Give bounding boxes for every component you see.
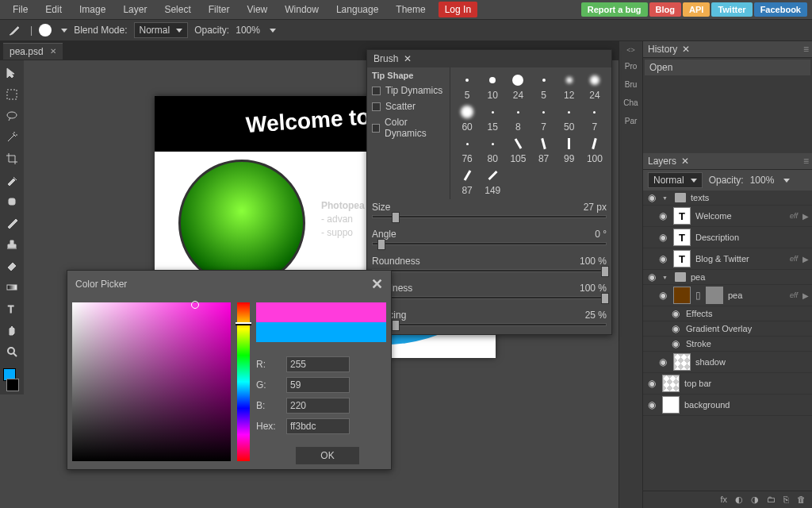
menu-language[interactable]: Language — [328, 1, 386, 18]
heal-tool[interactable] — [2, 192, 21, 211]
twitter-button[interactable]: Twitter — [711, 2, 752, 17]
visibility-toggle-icon[interactable]: ◉ — [657, 290, 668, 301]
slider-value[interactable]: 0 ° — [595, 229, 607, 240]
r-input[interactable] — [286, 356, 350, 372]
trash-icon[interactable]: 🗑 — [797, 495, 806, 505]
facebook-button[interactable]: Facebook — [754, 2, 807, 17]
close-color-picker-icon[interactable]: ✕ — [371, 275, 383, 293]
close-tab-icon[interactable]: ✕ — [50, 47, 56, 56]
layer-row[interactable]: ◉Effects — [643, 306, 812, 321]
eraser-tool[interactable] — [2, 256, 21, 275]
brush-preset[interactable]: 100 — [583, 134, 607, 164]
brush-preview-dropdown-icon[interactable] — [61, 29, 67, 33]
layer-row[interactable]: ◉top bar — [643, 373, 812, 394]
report-bug-button[interactable]: Report a bug — [581, 2, 648, 17]
hex-input[interactable] — [286, 418, 350, 434]
layer-opacity-dropdown-icon[interactable] — [783, 179, 790, 183]
opacity-dropdown-icon[interactable] — [270, 29, 276, 33]
visibility-toggle-icon[interactable]: ◉ — [646, 271, 657, 283]
hardness-slider[interactable] — [372, 296, 607, 299]
visibility-toggle-icon[interactable]: ◉ — [670, 308, 681, 319]
slider-value[interactable]: 100 % — [580, 283, 607, 294]
panel-tab-brush[interactable]: Bru — [623, 77, 639, 92]
brush-preset[interactable]: 99 — [557, 134, 581, 164]
opacity-value[interactable]: 100% — [236, 25, 260, 36]
menu-theme[interactable]: Theme — [388, 1, 433, 18]
brush-preset[interactable]: 8 — [506, 102, 530, 133]
hue-slider[interactable] — [237, 302, 250, 461]
gradient-tool[interactable] — [2, 278, 21, 297]
menu-window[interactable]: Window — [277, 1, 327, 18]
menu-view[interactable]: View — [239, 1, 275, 18]
type-tool[interactable]: T — [2, 299, 21, 318]
fx-icon[interactable]: fx — [720, 495, 727, 505]
layer-row[interactable]: ◉TWelcomeeff▶ — [643, 206, 812, 227]
panel-menu-icon[interactable]: ≡ — [803, 156, 807, 167]
brush-preset[interactable]: 149 — [481, 166, 504, 196]
slider-value[interactable]: 25 % — [585, 310, 607, 321]
hand-tool[interactable] — [2, 321, 21, 340]
layer-row[interactable]: ◉Stroke — [643, 337, 812, 352]
folder-icon[interactable]: 🗀 — [767, 495, 776, 505]
brush-tool-icon[interactable] — [5, 21, 24, 40]
brush-preset[interactable]: 5 — [531, 71, 555, 101]
brush-preset[interactable]: 80 — [481, 134, 504, 164]
menu-file[interactable]: File — [5, 1, 36, 18]
marquee-tool[interactable] — [2, 85, 21, 104]
blend-mode-dropdown[interactable]: Normal — [134, 22, 189, 38]
layer-row[interactable]: ◉▯peaeff▶ — [643, 285, 812, 306]
brush-preset[interactable]: 105 — [506, 134, 530, 164]
brush-size-preview[interactable] — [39, 24, 52, 37]
history-panel-header[interactable]: History ✕ ≡ — [643, 41, 812, 58]
ok-button[interactable]: OK — [296, 447, 359, 464]
brush-preset[interactable]: 76 — [455, 134, 479, 164]
stamp-tool[interactable] — [2, 235, 21, 254]
visibility-toggle-icon[interactable]: ◉ — [646, 192, 657, 203]
layer-row[interactable]: ◉shadow — [643, 352, 812, 373]
brush-preset[interactable]: 10 — [481, 71, 504, 101]
eyedropper-tool[interactable] — [2, 171, 21, 190]
layer-row[interactable]: ◉TDescription — [643, 227, 812, 248]
api-button[interactable]: API — [683, 2, 710, 17]
brush-preset[interactable]: 24 — [583, 71, 607, 101]
size-slider[interactable] — [372, 215, 607, 218]
menu-filter[interactable]: Filter — [201, 1, 238, 18]
wand-tool[interactable] — [2, 128, 21, 147]
brush-preset[interactable]: 7 — [531, 102, 555, 133]
g-input[interactable] — [286, 377, 350, 393]
adjust-icon[interactable]: ◑ — [751, 495, 759, 505]
visibility-toggle-icon[interactable]: ◉ — [670, 323, 681, 334]
menu-image[interactable]: Image — [71, 1, 113, 18]
mask-icon[interactable]: ◐ — [735, 495, 743, 505]
brush-preset[interactable]: 15 — [481, 102, 504, 133]
close-layers-icon[interactable]: ✕ — [681, 156, 689, 167]
menu-edit[interactable]: Edit — [37, 1, 70, 18]
brush-preset[interactable]: 5 — [455, 71, 479, 101]
brush-preset[interactable]: 87 — [531, 134, 555, 164]
slider-value[interactable]: 100 % — [580, 256, 607, 267]
panel-tab-character[interactable]: Cha — [622, 95, 639, 110]
visibility-toggle-icon[interactable]: ◉ — [657, 253, 668, 264]
layer-opacity-value[interactable]: 100% — [750, 175, 775, 186]
zoom-tool[interactable] — [2, 342, 21, 361]
background-color[interactable] — [6, 379, 19, 391]
blog-button[interactable]: Blog — [649, 2, 681, 17]
panel-tab-properties[interactable]: Pro — [623, 59, 639, 74]
move-tool[interactable] — [2, 64, 21, 83]
visibility-toggle-icon[interactable]: ◉ — [657, 356, 668, 368]
visibility-toggle-icon[interactable]: ◉ — [646, 378, 657, 389]
login-button[interactable]: Log In — [439, 2, 477, 17]
visibility-toggle-icon[interactable]: ◉ — [657, 232, 668, 243]
scatter-checkbox[interactable]: Scatter — [372, 101, 445, 112]
slider-value[interactable]: 27 px — [584, 202, 607, 213]
visibility-toggle-icon[interactable]: ◉ — [657, 210, 668, 221]
crop-tool[interactable] — [2, 149, 21, 168]
menu-select[interactable]: Select — [156, 1, 198, 18]
panel-menu-icon[interactable]: ≡ — [803, 44, 807, 55]
brush-preset[interactable]: 87 — [455, 166, 479, 196]
visibility-toggle-icon[interactable]: ◉ — [670, 338, 681, 349]
angle-slider[interactable] — [372, 242, 607, 245]
color-swatches[interactable] — [3, 368, 21, 391]
menu-layer[interactable]: Layer — [115, 1, 155, 18]
layer-row[interactable]: ◉background — [643, 394, 812, 416]
